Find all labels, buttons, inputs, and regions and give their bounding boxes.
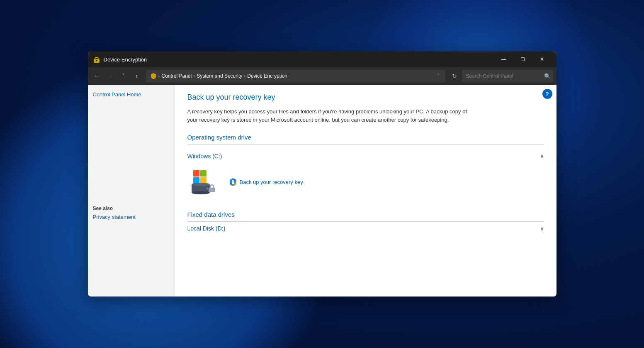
search-button[interactable]: 🔍 <box>544 73 551 79</box>
os-divider <box>187 144 544 145</box>
forward-button[interactable]: → <box>104 70 116 82</box>
close-button[interactable]: ✕ <box>532 53 552 66</box>
privacy-statement-link[interactable]: Privacy statement <box>93 214 170 220</box>
svg-rect-9 <box>232 181 234 184</box>
local-disk-header[interactable]: Local Disk (D:) ∨ <box>187 222 544 235</box>
up-button[interactable]: ↑ <box>131 70 143 82</box>
path-dropdown-button[interactable]: ˅ <box>435 73 441 79</box>
win-logo-q2 <box>200 170 207 176</box>
path-shield-icon <box>150 73 157 79</box>
svg-point-2 <box>96 60 97 61</box>
see-also-label: See also <box>93 206 170 211</box>
local-disk-title: Local Disk (D:) <box>187 225 226 232</box>
refresh-button[interactable]: ↻ <box>449 70 460 82</box>
main-panel: ? Back up your recovery key A recovery k… <box>175 85 557 297</box>
backup-recovery-key-link[interactable]: Back up your recovery key <box>229 178 303 186</box>
maximize-button[interactable]: ☐ <box>513 53 532 66</box>
windows-logo-icon <box>193 170 207 184</box>
backup-link-text: Back up your recovery key <box>240 179 303 185</box>
local-disk-chevron-icon: ∨ <box>540 225 544 232</box>
svg-rect-1 <box>95 57 98 60</box>
addressbar: ← → ˅ ↑ › Control Panel › System and Sec… <box>88 67 557 85</box>
back-button[interactable]: ← <box>91 70 103 82</box>
path-device-encryption: Device Encryption <box>247 73 287 79</box>
windows-drive-title: Windows (C:) <box>187 153 222 159</box>
windows-drive-header[interactable]: Windows (C:) ∧ <box>187 149 544 163</box>
page-title: Back up your recovery key <box>187 93 544 102</box>
content-area: Control Panel Home See also Privacy stat… <box>88 85 557 297</box>
address-path[interactable]: › Control Panel › System and Security › … <box>146 70 445 82</box>
fixed-drives-section: Fixed data drives Local Disk (D:) ∨ <box>187 211 544 235</box>
titlebar: Device Encryption — ☐ ✕ <box>88 51 557 67</box>
description-text: A recovery key helps you access your fil… <box>187 108 478 124</box>
control-panel-home-link[interactable]: Control Panel Home <box>93 91 170 98</box>
windows-drive-chevron-icon: ∧ <box>540 153 544 159</box>
dropdown-button[interactable]: ˅ <box>118 70 129 82</box>
os-section-title: Operating system drive <box>187 134 544 141</box>
search-input[interactable] <box>462 70 553 82</box>
path-system-security: System and Security <box>197 73 242 79</box>
main-window: Device Encryption — ☐ ✕ ← → ˅ ↑ › Contro… <box>88 51 557 297</box>
windows-drive-content: Back up your recovery key <box>187 163 544 203</box>
path-control-panel: Control Panel <box>162 73 192 79</box>
window-controls: — ☐ ✕ <box>494 53 552 66</box>
bitlocker-icon <box>229 178 237 186</box>
fixed-drives-title: Fixed data drives <box>187 211 544 218</box>
win-logo-q1 <box>193 170 199 176</box>
drive-icon <box>192 169 216 194</box>
titlebar-icon <box>93 56 100 63</box>
window-title: Device Encryption <box>104 56 494 63</box>
lock-icon <box>207 184 216 193</box>
svg-rect-8 <box>209 188 215 192</box>
minimize-button[interactable]: — <box>494 53 513 66</box>
search-wrapper: 🔍 <box>462 70 553 82</box>
sidebar: Control Panel Home See also Privacy stat… <box>88 85 175 297</box>
help-button[interactable]: ? <box>542 89 552 99</box>
